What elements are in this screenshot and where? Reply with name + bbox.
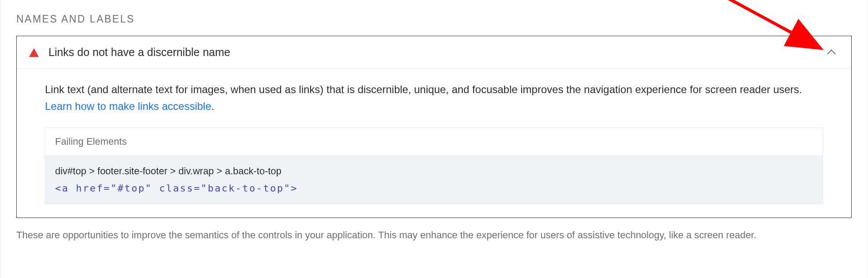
section-title: NAMES AND LABELS <box>16 13 852 25</box>
audit-header[interactable]: Links do not have a discernible name <box>17 36 851 69</box>
learn-more-link[interactable]: Learn how to make links accessible <box>45 100 211 112</box>
audit-description-text: Link text (and alternate text for images… <box>45 83 802 95</box>
failing-code-snippet: <a href="#top" class="back-to-top"> <box>55 180 813 196</box>
audit-body: Link text (and alternate text for images… <box>17 69 851 218</box>
failing-elements-block: Failing Elements div#top > footer.site-f… <box>45 128 823 204</box>
audit-description: Link text (and alternate text for images… <box>45 81 823 115</box>
audit-card: Links do not have a discernible name Lin… <box>16 36 852 218</box>
chevron-up-icon[interactable] <box>827 48 836 57</box>
failing-element-row: div#top > footer.site-footer > div.wrap … <box>45 155 823 204</box>
section-footer-note: These are opportunities to improve the s… <box>16 228 852 242</box>
failing-elements-header: Failing Elements <box>45 128 823 155</box>
warning-triangle-icon <box>29 48 39 57</box>
audit-title: Links do not have a discernible name <box>48 46 827 59</box>
audit-description-period: . <box>211 100 215 112</box>
failing-selector: div#top > footer.site-footer > div.wrap … <box>55 165 282 177</box>
